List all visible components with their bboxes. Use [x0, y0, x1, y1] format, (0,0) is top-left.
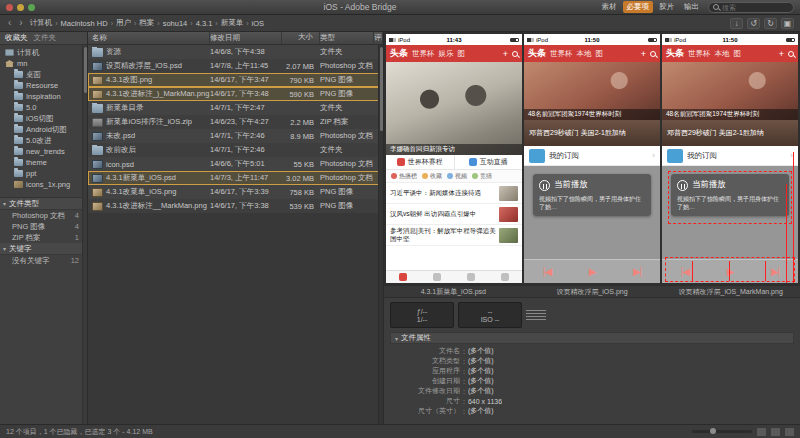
column-header-date[interactable]: 修改日期 [210, 32, 282, 44]
add-icon[interactable]: + [503, 49, 508, 59]
tab-home-icon[interactable] [399, 273, 407, 281]
rotate-right-icon[interactable]: ↻ [764, 18, 777, 29]
live-cell[interactable]: 互动直播 [454, 155, 523, 169]
close-button[interactable] [6, 4, 13, 11]
file-row[interactable]: 新菜单iOS排序注_iOS.zip14/6/23, 下午4:272.2 MBZI… [88, 115, 383, 129]
file-row[interactable]: 4.3.1改菜单_iOS.png14/6/17, 下午3:39758 KBPNG… [88, 185, 383, 199]
nav-tab[interactable]: 图 [458, 49, 466, 59]
next-button[interactable]: ▶| [771, 266, 779, 277]
nav-tab[interactable]: 图 [596, 49, 604, 59]
breadcrumb-item[interactable]: 用户 [115, 18, 132, 28]
previous-button[interactable]: |◀ [681, 266, 689, 277]
file-row[interactable]: 未改.psd14/7/1, 下午2:468.9 MBPhotoshop 文档 [88, 129, 383, 143]
view-detail-button[interactable] [771, 428, 780, 436]
tree-item[interactable]: 5.0 [0, 102, 87, 113]
hero-photo[interactable]: 48名前冠军团聚1974世界杯时刻 [524, 62, 660, 120]
filter-item[interactable]: 没有关键字12 [0, 255, 87, 266]
tree-item[interactable]: theme [0, 157, 87, 168]
nav-tab[interactable]: 娱乐 [439, 49, 454, 59]
minimize-button[interactable] [17, 4, 24, 11]
file-row[interactable]: 4.3.1改进标注__MarkMan.png14/6/17, 下午3:38539… [88, 199, 383, 213]
hero-photo[interactable]: 李娜确首回归新浪专访 [386, 62, 522, 155]
file-row[interactable]: icon.psd14/6/6, 下午5:0155 KBPhotoshop 文档 [88, 157, 383, 171]
previous-button[interactable]: |◀ [543, 266, 551, 277]
breadcrumb-item[interactable]: 计算机 [29, 18, 54, 28]
tree-item[interactable]: mn [0, 58, 87, 69]
headline-card[interactable]: 邓普西29秒破门 美国2-1胜加纳 [524, 120, 660, 146]
news-item[interactable]: 汉风vs朝鲜 出访四霸点引爆中 [386, 204, 522, 225]
tab-profile-icon[interactable] [501, 273, 509, 281]
preview-phone-1[interactable]: iPod 11:43 头条 世界杯 娱乐 图 + 李娜确首回归新浪 [386, 34, 522, 283]
breadcrumb-item[interactable]: iOS [251, 19, 266, 28]
search-icon[interactable] [788, 51, 794, 57]
file-row[interactable]: 4.3.1改进标注_)_MarkMan.png14/6/17, 下午3:4859… [88, 87, 383, 101]
workspace-tab[interactable]: 必要项 [623, 1, 654, 13]
view-grid-button[interactable] [757, 428, 766, 436]
file-row[interactable]: 改前改后14/7/1, 下午2:46文件夹 [88, 143, 383, 157]
column-header-rate[interactable]: 评级 [374, 32, 383, 44]
new-folder-icon[interactable]: ▣ [781, 18, 794, 29]
tree-item[interactable]: Inspiration [0, 91, 87, 102]
tree-item[interactable]: 5.0改进 [0, 135, 87, 146]
column-header-size[interactable]: 大小 [282, 32, 320, 44]
filter-section-header[interactable]: ▾文件类型 [0, 198, 87, 210]
tab-discover-icon[interactable] [467, 273, 475, 281]
filter-section-header[interactable]: ▾关键字 [0, 243, 87, 255]
breadcrumb-item[interactable]: 新菜单 [220, 18, 245, 28]
nav-tab[interactable]: 世界杯 [688, 49, 711, 59]
view-list-button[interactable] [785, 428, 794, 436]
tree-item[interactable]: 计算机 [0, 47, 87, 58]
hero-photo[interactable]: 48名前冠军团聚1974世界杯时刻 [662, 62, 798, 120]
tree-item[interactable]: ppt [0, 168, 87, 179]
tree-item[interactable]: Resourse [0, 80, 87, 91]
nav-tab[interactable]: 本地 [577, 49, 592, 59]
tree-item[interactable]: Android切图 [0, 124, 87, 135]
add-icon[interactable]: + [779, 49, 784, 59]
search-box[interactable] [708, 2, 794, 13]
search-icon[interactable] [650, 51, 656, 57]
tree-item[interactable]: 桌面 [0, 69, 87, 80]
news-item[interactable]: 参考消息|美刊：解放军中程导弹追美国中坚 [386, 225, 522, 246]
forward-button[interactable]: › [17, 18, 24, 28]
tree-item[interactable]: icons_1x.png [0, 179, 87, 190]
tab-follow-icon[interactable] [433, 273, 441, 281]
news-item[interactable]: 习近平谈中：新闻媒体连接待遇 [386, 183, 522, 204]
rotate-left-icon[interactable]: ↺ [747, 18, 760, 29]
subscription-row[interactable]: 我的订阅› [662, 146, 798, 166]
tree-item[interactable]: new_trends [0, 146, 87, 157]
filelist-scrollbar[interactable] [378, 45, 383, 424]
breadcrumb-item[interactable]: 4.3.1 [195, 19, 214, 28]
file-row[interactable]: 新菜单目录14/7/1, 下午2:47文件夹 [88, 101, 383, 115]
next-button[interactable]: ▶| [633, 266, 641, 277]
chip[interactable]: 竞猜 [472, 172, 492, 181]
thumbnail-size-slider[interactable] [692, 430, 752, 433]
slider-knob[interactable] [710, 428, 716, 434]
preview-phone-3[interactable]: iPod11:50头条世界杯本地图+48名前冠军团聚1974世界杯时刻邓普西29… [662, 34, 798, 283]
filter-item[interactable]: ZIP 档案1 [0, 232, 87, 243]
workspace-tab[interactable]: 胶片 [655, 1, 678, 13]
play-button[interactable]: ▶ [727, 266, 734, 277]
filter-item[interactable]: Photoshop 文档4 [0, 210, 87, 221]
file-row[interactable]: 设页精改浮层_iOS.psd14/7/8, 上午11:452.07 MBPhot… [88, 59, 383, 73]
play-button[interactable]: ▶ [589, 266, 596, 277]
add-icon[interactable]: + [641, 49, 646, 59]
schedule-cell[interactable]: 世界杯赛程 [386, 155, 454, 169]
scrollbar-thumb[interactable] [380, 47, 383, 131]
breadcrumb-item[interactable]: 档案 [138, 18, 155, 28]
nav-tab[interactable]: 世界杯 [550, 49, 573, 59]
file-row[interactable]: 4.3.1新菜单_iOS.psd14/7/3, 上午11:473.02 MBPh… [88, 171, 383, 185]
breadcrumb-item[interactable]: Macintosh HD [60, 19, 109, 28]
workspace-tab[interactable]: 输出 [680, 1, 703, 13]
nav-tab[interactable]: 图 [734, 49, 742, 59]
sidebar-tab[interactable]: 文件夹 [34, 33, 57, 43]
chip[interactable]: 热播榜 [391, 172, 417, 181]
now-playing-panel[interactable]: 当前播放视频拍下了惊险瞬间，男子用身体护住了她… [671, 174, 789, 216]
zoom-button[interactable] [28, 4, 35, 11]
search-icon[interactable] [512, 51, 518, 57]
sidebar-tab[interactable]: 收藏夹 [5, 33, 28, 43]
column-header-type[interactable]: 类型 [320, 32, 374, 44]
import-icon[interactable]: ↓ [730, 18, 743, 29]
file-row[interactable]: 资源14/6/8, 下午4:38文件夹 [88, 45, 383, 59]
search-input[interactable] [722, 4, 786, 11]
headline-card[interactable]: 邓普西29秒破门 美国2-1胜加纳 [662, 120, 798, 146]
